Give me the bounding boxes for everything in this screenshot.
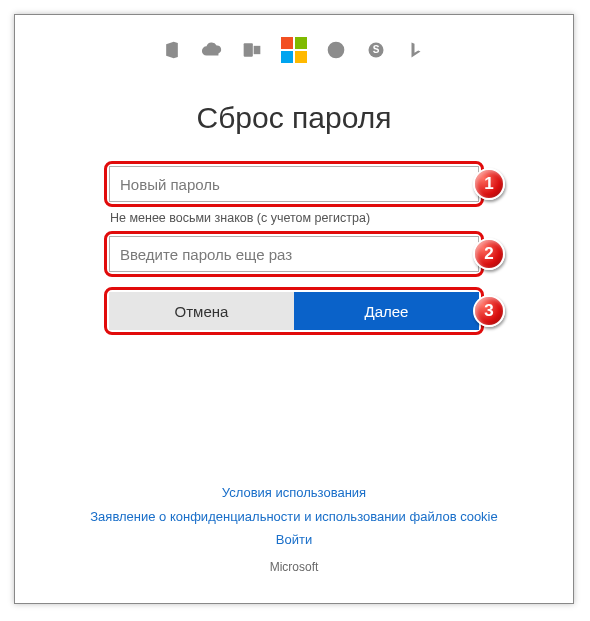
new-password-input[interactable] bbox=[109, 166, 479, 202]
outlook-icon bbox=[241, 39, 263, 61]
footer-brand: Microsoft bbox=[15, 557, 573, 579]
svg-text:S: S bbox=[373, 44, 380, 55]
new-password-highlight: 1 bbox=[104, 161, 484, 207]
confirm-password-input[interactable] bbox=[109, 236, 479, 272]
office-icon bbox=[161, 39, 183, 61]
next-button[interactable]: Далее bbox=[294, 292, 479, 330]
page-title: Сброс пароля bbox=[15, 101, 573, 135]
signin-link[interactable]: Войти bbox=[15, 528, 573, 551]
footer: Условия использования Заявление о конфид… bbox=[15, 481, 573, 579]
annotation-badge-3: 3 bbox=[473, 295, 505, 327]
buttons-highlight: Отмена Далее 3 bbox=[104, 287, 484, 335]
button-row: Отмена Далее bbox=[109, 292, 479, 330]
password-reset-dialog: S Сброс пароля 1 Не менее восьми знаков … bbox=[14, 14, 574, 604]
svg-point-2 bbox=[328, 42, 345, 59]
annotation-badge-1: 1 bbox=[473, 168, 505, 200]
svg-rect-1 bbox=[254, 46, 261, 54]
service-icons-row: S bbox=[15, 33, 573, 67]
onedrive-icon bbox=[201, 39, 223, 61]
terms-link[interactable]: Условия использования bbox=[15, 481, 573, 504]
xbox-icon bbox=[325, 39, 347, 61]
password-hint: Не менее восьми знаков (с учетом регистр… bbox=[110, 211, 484, 225]
bing-icon bbox=[405, 39, 427, 61]
privacy-link[interactable]: Заявление о конфиденциальности и использ… bbox=[15, 505, 573, 528]
reset-form: 1 Не менее восьми знаков (с учетом регис… bbox=[104, 161, 484, 335]
microsoft-logo-icon bbox=[281, 37, 307, 63]
svg-rect-0 bbox=[244, 43, 253, 56]
skype-icon: S bbox=[365, 39, 387, 61]
ms-logo-tl bbox=[281, 37, 293, 49]
annotation-badge-2: 2 bbox=[473, 238, 505, 270]
ms-logo-bl bbox=[281, 51, 293, 63]
ms-logo-br bbox=[295, 51, 307, 63]
cancel-button[interactable]: Отмена bbox=[109, 292, 294, 330]
confirm-password-highlight: 2 bbox=[104, 231, 484, 277]
ms-logo-tr bbox=[295, 37, 307, 49]
